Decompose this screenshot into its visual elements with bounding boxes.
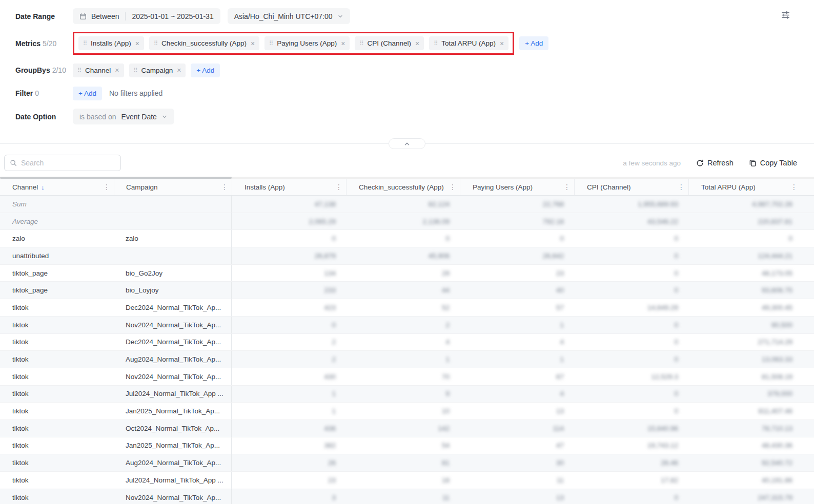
metric-value-cell: 436	[232, 420, 346, 437]
metric-value-cell: 0	[574, 334, 688, 351]
channel-cell: tiktok	[0, 317, 114, 333]
campaign-cell: Oct2024_Normal_TikTok_Ap...	[114, 420, 232, 437]
chip-label: Checkin_successfully (App)	[161, 39, 247, 47]
close-icon[interactable]: ×	[415, 39, 419, 48]
drag-handle-icon[interactable]: ⠿	[269, 40, 273, 47]
calendar-icon	[79, 13, 87, 20]
campaign-cell: Nov2024_Normal_TikTok_Ap...	[114, 317, 232, 333]
chip-installs-app[interactable]: ⠿Installs (App)×	[78, 36, 144, 50]
add-filter-button[interactable]: + Add	[73, 87, 102, 100]
metric-value-cell: 22,768	[460, 196, 574, 213]
metric-value-cell: 40,191.86	[688, 472, 814, 489]
column-header-label: Campaign	[126, 183, 158, 191]
close-icon[interactable]: ×	[115, 66, 119, 74]
date-option-label: Date Option	[0, 113, 73, 121]
column-menu-icon[interactable]: ⋮	[678, 183, 685, 191]
metric-value-cell: 1	[232, 403, 346, 419]
drag-handle-icon[interactable]: ⠿	[359, 40, 363, 47]
metrics-label: Metrics5/20	[0, 39, 73, 48]
copy-icon	[749, 159, 757, 167]
drag-handle-icon[interactable]: ⠿	[83, 40, 87, 47]
metrics-label-text: Metrics	[15, 39, 40, 48]
channel-cell: tiktok	[0, 299, 114, 316]
refresh-button[interactable]: Refresh	[696, 159, 734, 167]
close-icon[interactable]: ×	[251, 39, 255, 48]
chip-label: Paying Users (App)	[277, 39, 337, 47]
metric-value-cell: 1	[232, 386, 346, 403]
metric-value-cell: 26.46	[574, 454, 688, 471]
chip-cpi-channel[interactable]: ⠿CPI (Channel)×	[355, 36, 424, 50]
channel-cell: tiktok	[0, 420, 114, 437]
metric-value-cell: 13	[460, 403, 574, 419]
column-header-checkin-successfully-app[interactable]: Checkin_successfully (App)⋮	[346, 179, 460, 195]
metric-value-cell: 382	[232, 437, 346, 454]
metric-value-cell: 1,955,689.93	[574, 196, 688, 213]
close-icon[interactable]: ×	[500, 39, 504, 48]
metric-value-cell: 0	[232, 230, 346, 247]
drag-handle-icon[interactable]: ⠿	[154, 40, 158, 47]
search-box[interactable]	[4, 155, 121, 171]
collapse-config-button[interactable]	[389, 138, 425, 149]
column-menu-icon[interactable]: ⋮	[790, 183, 798, 191]
column-menu-icon[interactable]: ⋮	[335, 183, 342, 191]
toolbar-right: a few seconds ago Refresh Copy Table	[623, 159, 797, 167]
close-icon[interactable]: ×	[135, 39, 139, 48]
column-header-total-arpu-app[interactable]: Total ARPU (App)⋮	[688, 179, 814, 195]
drag-handle-icon[interactable]: ⠿	[434, 40, 438, 47]
chip-paying-users-app[interactable]: ⠿Paying Users (App)×	[264, 36, 350, 50]
column-header-cpi-channel[interactable]: CPI (Channel)⋮	[574, 179, 688, 195]
campaign-cell: Aug2024_Normal_TikTok_Ap...	[114, 351, 232, 368]
chip-checkin-successfully-app[interactable]: ⠿Checkin_successfully (App)×	[149, 36, 259, 50]
table-row: tiktok_pagebio_Loyjoy2334440093,606.75	[0, 282, 814, 299]
drag-handle-icon[interactable]: ⠿	[134, 67, 138, 74]
metric-value-cell: 0	[346, 230, 460, 247]
column-menu-icon[interactable]: ⋮	[221, 183, 228, 191]
date-option-select[interactable]: is based on Event Date	[73, 109, 174, 124]
column-header-channel[interactable]: Channel↓⋮	[0, 179, 114, 195]
campaign-cell: zalo	[114, 230, 232, 247]
channel-cell: tiktok_page	[0, 282, 114, 299]
metric-value-cell: 29	[346, 265, 460, 282]
table-row: tiktokOct2024_Normal_TikTok_Ap...4361421…	[0, 420, 814, 437]
chevron-down-icon	[161, 114, 168, 120]
column-header-paying-users-app[interactable]: Paying Users (App)⋮	[460, 179, 574, 195]
metric-value-cell: 0	[688, 230, 814, 247]
table-row: Average2,065.292,136.09792.1843,546.2222…	[0, 213, 814, 230]
divider	[125, 12, 126, 20]
column-menu-icon[interactable]: ⋮	[449, 183, 456, 191]
chip-channel[interactable]: ⠿Channel×	[73, 64, 124, 77]
copy-table-button[interactable]: Copy Table	[749, 159, 797, 167]
metric-value-cell: 430	[232, 368, 346, 385]
metric-value-cell: 81,508.19	[688, 368, 814, 385]
chip-label: Channel	[85, 67, 111, 74]
metric-value-cell: 0	[574, 282, 688, 299]
date-range-picker[interactable]: Between 2025-01-01 ~ 2025-01-31	[73, 8, 220, 24]
add-metric-button[interactable]: + Add	[519, 36, 548, 50]
metric-value-cell: 40	[460, 282, 574, 299]
metric-value-cell: 17.82	[574, 472, 688, 489]
channel-cell: tiktok	[0, 489, 114, 504]
column-menu-icon[interactable]: ⋮	[563, 183, 571, 191]
column-header-label: Checkin_successfully (App)	[359, 183, 444, 191]
column-header-campaign[interactable]: Campaign⋮	[114, 179, 232, 195]
column-menu-icon[interactable]: ⋮	[103, 183, 110, 191]
add-groupby-button[interactable]: + Add	[191, 64, 220, 77]
table-settings-button[interactable]	[781, 10, 790, 20]
campaign-cell: bio_Loyjoy	[114, 282, 232, 299]
metric-value-cell: 220,837.81	[688, 213, 814, 230]
drag-handle-icon[interactable]: ⠿	[77, 67, 82, 74]
groupbys-label-text: GroupBys	[15, 66, 50, 74]
metric-value-cell: 11	[346, 489, 460, 504]
close-icon[interactable]: ×	[177, 66, 181, 74]
metric-value-cell: 93,606.75	[688, 282, 814, 299]
close-icon[interactable]: ×	[341, 39, 345, 48]
timezone-select[interactable]: Asia/Ho_Chi_Minh UTC+07:00	[228, 8, 350, 24]
search-input[interactable]	[21, 159, 115, 167]
metric-value-cell: 1	[346, 351, 460, 368]
metric-value-cell: 47	[460, 437, 574, 454]
chip-total-arpu-app[interactable]: ⠿Total ARPU (App)×	[429, 36, 508, 50]
column-header-installs-app[interactable]: Installs (App)⋮	[232, 179, 346, 195]
chip-campaign[interactable]: ⠿Campaign×	[129, 64, 186, 77]
date-range-operator: Between	[91, 12, 119, 20]
table-row: tiktokAug2024_Normal_TikTok_Ap...2681302…	[0, 454, 814, 472]
